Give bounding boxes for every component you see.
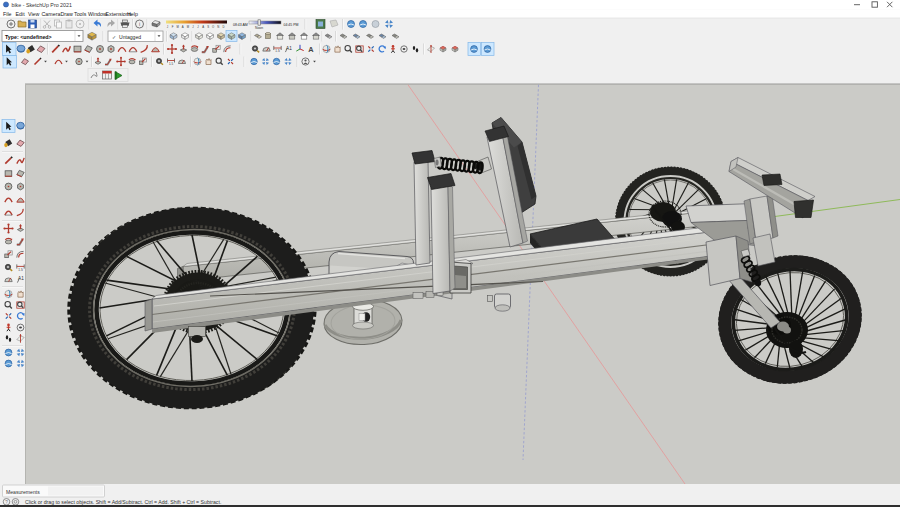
svg-text:Edit: Edit	[16, 11, 26, 17]
svg-text:A: A	[308, 45, 314, 54]
svg-text:D: D	[222, 25, 224, 29]
svg-text:Measurements: Measurements	[6, 489, 40, 495]
svg-text:Noon: Noon	[255, 26, 263, 30]
svg-text:S: S	[207, 25, 209, 29]
svg-text:A: A	[182, 25, 184, 29]
svg-text:Draw: Draw	[61, 11, 74, 17]
svg-text:1.5: 1.5	[18, 268, 23, 272]
svg-text:A1: A1	[286, 46, 292, 51]
svg-text:A1: A1	[18, 276, 24, 281]
svg-text:N: N	[217, 25, 219, 29]
svg-text:F: F	[172, 25, 174, 29]
svg-text:✓: ✓	[112, 34, 116, 40]
svg-text:bike - SketchUp Pro 2021: bike - SketchUp Pro 2021	[12, 2, 72, 8]
svg-text:A: A	[202, 25, 204, 29]
svg-text:Untagged: Untagged	[119, 34, 141, 40]
svg-text:Tools: Tools	[74, 11, 87, 17]
svg-text:i: i	[139, 21, 140, 27]
svg-text:1.5: 1.5	[275, 49, 280, 53]
svg-text:08:43 AM: 08:43 AM	[233, 23, 248, 27]
svg-text:1.5: 1.5	[169, 62, 174, 66]
svg-text:File: File	[3, 11, 12, 17]
svg-text:Type: <undefined>: Type: <undefined>	[5, 34, 52, 40]
svg-text:04:45 PM: 04:45 PM	[284, 23, 299, 27]
svg-text:Window: Window	[88, 11, 107, 17]
svg-text:View: View	[28, 11, 40, 17]
svg-text:Camera: Camera	[42, 11, 61, 17]
svg-text:Click or drag to select object: Click or drag to select objects. Shift =…	[25, 499, 221, 505]
svg-text:Help: Help	[127, 11, 138, 17]
